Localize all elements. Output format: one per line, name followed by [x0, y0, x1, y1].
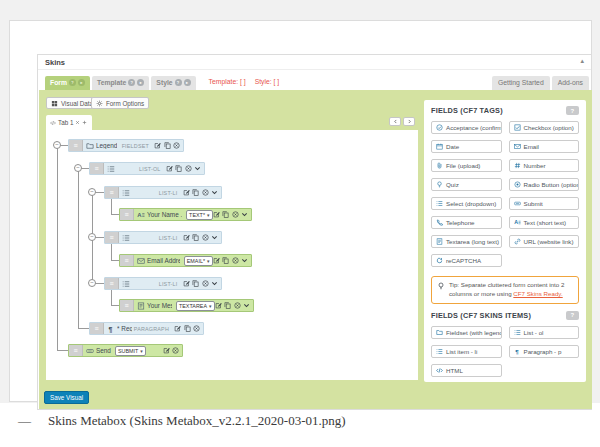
- help-badge[interactable]: ?: [566, 106, 579, 115]
- remove-icon[interactable]: [232, 257, 239, 264]
- edit-icon[interactable]: [213, 211, 220, 218]
- field-type-select[interactable]: EMAIL*▾: [184, 256, 213, 266]
- expand-icon[interactable]: [241, 211, 248, 218]
- drag-handle[interactable]: ≡: [120, 209, 134, 220]
- tree-row-send[interactable]: ≡ Send SUBMIT▾: [68, 344, 183, 357]
- duplicate-icon[interactable]: [222, 211, 229, 218]
- tree-row-list-li[interactable]: ≡ LIST-LI: [104, 231, 222, 244]
- edit-icon[interactable]: [154, 142, 161, 149]
- prev-tab-button[interactable]: [389, 117, 401, 126]
- collapse-toggle[interactable]: −: [88, 279, 96, 287]
- field-date[interactable]: Date: [431, 140, 502, 153]
- save-visual-button[interactable]: Save Visual: [44, 391, 89, 404]
- cf7-skins-ready-link[interactable]: CF7 Skins Ready.: [513, 290, 562, 297]
- add-tab-icon[interactable]: [82, 120, 87, 125]
- collapse-toggle[interactable]: −: [74, 164, 82, 172]
- expand-icon[interactable]: [241, 257, 248, 264]
- edit-icon[interactable]: [163, 347, 170, 354]
- drag-handle[interactable]: ≡: [69, 345, 83, 356]
- duplicate-icon[interactable]: [192, 280, 199, 287]
- next-tab-button[interactable]: [403, 117, 415, 126]
- video-circle-icon[interactable]: ▸: [78, 79, 85, 86]
- field-submit[interactable]: Submit: [509, 197, 580, 210]
- drag-handle[interactable]: ≡: [90, 323, 104, 334]
- field-checkbox[interactable]: Checkbox (option): [509, 121, 580, 134]
- remove-icon[interactable]: [185, 165, 192, 172]
- field-type-select[interactable]: TEXT*▾: [186, 210, 212, 220]
- tree-row-paragraph[interactable]: ≡ * Required PARAGRAPH: [89, 322, 204, 335]
- tree-row-list-li[interactable]: ≡ LIST-LI: [104, 277, 222, 290]
- remove-icon[interactable]: [202, 189, 209, 196]
- video-circle-icon[interactable]: ▸: [137, 79, 144, 86]
- expand-icon[interactable]: [194, 165, 201, 172]
- duplicate-icon[interactable]: [175, 165, 182, 172]
- field-type-select[interactable]: TEXTAREA▾: [176, 301, 215, 311]
- form-options-button[interactable]: Form Options: [91, 97, 149, 109]
- remove-icon[interactable]: [234, 302, 241, 309]
- help-circle-icon[interactable]: ?: [69, 79, 76, 86]
- drag-handle[interactable]: ≡: [105, 232, 119, 243]
- edit-icon[interactable]: [183, 234, 190, 241]
- help-badge[interactable]: ?: [566, 311, 579, 320]
- tree-row-list-ol[interactable]: ≡ LIST-OL: [89, 162, 205, 175]
- field-recaptcha[interactable]: reCAPTCHA: [431, 254, 502, 267]
- item-fieldset[interactable]: Fieldset (with legend): [431, 326, 502, 339]
- video-circle-icon[interactable]: ▸: [184, 79, 191, 86]
- field-acceptance[interactable]: Acceptance (confirm): [431, 121, 502, 134]
- field-textarea[interactable]: Textarea (long text): [431, 235, 502, 248]
- drag-handle[interactable]: ≡: [105, 187, 119, 198]
- duplicate-icon[interactable]: [222, 257, 229, 264]
- field-type-select[interactable]: SUBMIT▾: [115, 346, 146, 356]
- drag-handle[interactable]: ≡: [90, 163, 104, 174]
- tree-row-fieldset[interactable]: ≡ Legend FIELDSET: [68, 139, 184, 152]
- remove-icon[interactable]: [202, 280, 209, 287]
- duplicate-icon[interactable]: [184, 325, 191, 332]
- field-number[interactable]: Number: [509, 159, 580, 172]
- tree-row-your-message[interactable]: ≡ Your Message TEXTAREA▾: [119, 299, 254, 312]
- edit-icon[interactable]: [174, 325, 181, 332]
- remove-icon[interactable]: [172, 347, 179, 354]
- field-url[interactable]: URL (website link): [509, 235, 580, 248]
- remove-icon[interactable]: [193, 325, 200, 332]
- field-quiz[interactable]: Quiz: [431, 178, 502, 191]
- remove-icon[interactable]: [202, 234, 209, 241]
- expand-icon[interactable]: [211, 234, 218, 241]
- tab-form[interactable]: Form ? ▸: [45, 76, 90, 90]
- collapse-metabox-icon[interactable]: ▴: [580, 57, 584, 65]
- duplicate-icon[interactable]: [192, 189, 199, 196]
- tree-row-your-name[interactable]: ≡ Your Name ... TEXT*▾: [119, 208, 252, 221]
- field-telephone[interactable]: Telephone: [431, 216, 502, 229]
- expand-icon[interactable]: [243, 302, 250, 309]
- canvas-tab-1[interactable]: Tab 1: [46, 115, 92, 130]
- item-html[interactable]: HTML: [431, 364, 502, 377]
- drag-handle[interactable]: ≡: [105, 278, 119, 289]
- help-circle-icon[interactable]: ?: [175, 79, 182, 86]
- collapse-toggle[interactable]: −: [53, 141, 61, 149]
- edit-icon[interactable]: [215, 302, 222, 309]
- tab-add-ons[interactable]: Add-ons: [552, 76, 589, 90]
- duplicate-icon[interactable]: [224, 302, 231, 309]
- duplicate-icon[interactable]: [164, 142, 171, 149]
- field-text[interactable]: Text (short text): [509, 216, 580, 229]
- duplicate-icon[interactable]: [192, 234, 199, 241]
- field-radio[interactable]: Radio Button (option): [509, 178, 580, 191]
- collapse-toggle[interactable]: −: [88, 188, 96, 196]
- drag-handle[interactable]: ≡: [69, 140, 83, 151]
- item-list-ol[interactable]: List - ol: [509, 326, 580, 339]
- edit-icon[interactable]: [213, 257, 220, 264]
- tree-row-email[interactable]: ≡ Email Addre... EMAIL*▾: [119, 254, 252, 267]
- expand-icon[interactable]: [211, 280, 218, 287]
- edit-icon[interactable]: [166, 165, 173, 172]
- item-paragraph[interactable]: Paragraph - p: [509, 345, 580, 358]
- remove-icon[interactable]: [232, 211, 239, 218]
- field-email[interactable]: Email: [509, 140, 580, 153]
- field-select[interactable]: Select (dropdown): [431, 197, 502, 210]
- close-tab-icon[interactable]: [75, 120, 80, 125]
- tab-getting-started[interactable]: Getting Started: [492, 76, 550, 90]
- edit-icon[interactable]: [183, 280, 190, 287]
- item-list-li[interactable]: List item - li: [431, 345, 502, 358]
- remove-icon[interactable]: [173, 142, 180, 149]
- field-file[interactable]: File (upload): [431, 159, 502, 172]
- drag-handle[interactable]: ≡: [120, 255, 134, 266]
- collapse-toggle[interactable]: −: [88, 233, 96, 241]
